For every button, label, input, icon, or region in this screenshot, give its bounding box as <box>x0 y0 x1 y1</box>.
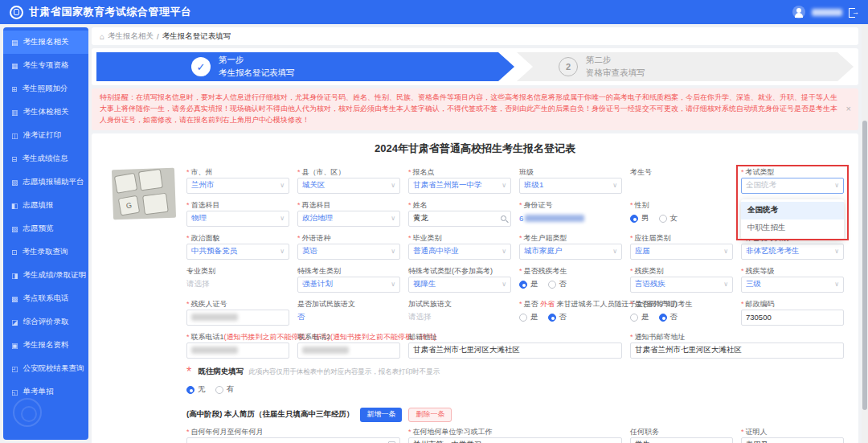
grad-type-select[interactable]: 普通高中毕业∨ <box>408 244 511 260</box>
disable-type-select[interactable]: 言语残疾∨ <box>630 277 733 293</box>
field-id-no: *身份证号 6 <box>519 200 622 227</box>
field-disabled: *是否残疾考生 是 否 <box>519 266 622 293</box>
migrant-yes-radio[interactable] <box>519 314 527 322</box>
health-icon: ▥ <box>11 109 18 117</box>
city-select[interactable]: 兰州市∨ <box>186 178 289 194</box>
sidebar-item-application-fill[interactable]: ◧志愿填报 <box>3 194 88 217</box>
postcode-input[interactable]: 730500 <box>741 310 844 326</box>
fresh-type-select[interactable]: 应届∨ <box>630 244 733 260</box>
same-level-no-radio[interactable] <box>659 314 667 322</box>
phone1-input[interactable] <box>186 343 289 359</box>
special-exam-select[interactable]: 视障生∨ <box>408 277 511 293</box>
duty-input[interactable]: 学生 <box>630 437 733 443</box>
field-disable-level: *残疾等级 三级∨ <box>741 266 844 293</box>
sidebar-item-registration-materials[interactable]: ▣考生报名资料 <box>3 334 88 357</box>
field-fresh-type: *应往届类别 应届∨ <box>630 233 733 260</box>
foreign-lang-select[interactable]: 英语∨ <box>297 244 400 260</box>
same-level-yes-radio[interactable] <box>630 314 638 322</box>
field-exam-type: *考试类型 全国统考∨ 全国统考 中职生招生 <box>741 167 844 194</box>
field-grad-type: *毕业类别 普通高中毕业∨ <box>408 233 511 260</box>
dropdown-option-vocational[interactable]: 中职生招生 <box>741 219 844 237</box>
disabled-no-radio[interactable] <box>548 281 556 289</box>
history-none-radio[interactable] <box>186 386 194 394</box>
field-class: 班级 班级1∨ <box>519 167 622 194</box>
name-input[interactable]: 黄龙 <box>408 211 511 227</box>
exam-type-select[interactable]: 全国统考∨ <box>741 178 844 194</box>
sidebar-item-admission-ticket-print[interactable]: ◫准考证打印 <box>3 124 88 147</box>
chevron-down-icon: ∨ <box>612 182 617 189</box>
migrant-no-radio[interactable] <box>548 314 556 322</box>
exam-type-dropdown: 全国统考 中职生招生 <box>741 199 844 240</box>
chevron-down-icon: ∨ <box>723 248 728 255</box>
sidebar-item-score-certificate[interactable]: ◨考生成绩/录取证明 <box>3 264 88 287</box>
disable-cert-input[interactable] <box>186 310 289 326</box>
sidebar-item-bonus-points[interactable]: ⊞考生照顾加分 <box>3 77 88 100</box>
dropdown-option-national[interactable]: 全国统考 <box>741 202 844 219</box>
gender-female-radio[interactable] <box>659 215 667 223</box>
major-type-select[interactable]: 请选择 <box>186 277 289 293</box>
mail-addr-input[interactable]: 甘肃省兰州市七里河区大滩社区 <box>408 343 622 359</box>
home-icon[interactable]: ⌂ <box>100 32 104 41</box>
field-major-type: 专业类别 请选择 <box>186 266 289 293</box>
special-cand-select[interactable]: 强基计划∨ <box>297 277 400 293</box>
chevron-down-icon: ∨ <box>723 281 728 288</box>
witness-input[interactable]: 奥巴马 <box>741 437 844 443</box>
field-phone1: *联系电话1(通知书接到之前不能停机、转号) <box>186 332 289 359</box>
sidebar-item-physical-exam[interactable]: ▥考生体检相关 <box>3 100 88 124</box>
chevron-down-icon: ∨ <box>834 248 839 255</box>
search-box-icon: ⊡ <box>11 248 18 256</box>
disabled-yes-radio[interactable] <box>519 281 527 289</box>
sports-art-select[interactable]: 非体艺统考考生∨ <box>741 244 844 260</box>
step-2: 2 第二步 资格审查表填写 <box>517 52 854 81</box>
reg-point-select[interactable]: 甘肃省兰州第一中学∨ <box>408 178 511 194</box>
sidebar-item-site-phone[interactable]: ▩考点联系电话 <box>3 287 88 310</box>
gender-male-radio[interactable] <box>630 215 638 223</box>
history-hint: 此项内容仅用于体检表中的对应内容显示，报名表打印时不显示 <box>248 367 440 377</box>
first-subject-select[interactable]: 物理∨ <box>186 211 289 227</box>
date-range-picker[interactable]: 2024-01 – 2024-03 <box>186 437 400 443</box>
phone2-input[interactable] <box>297 343 400 359</box>
county-select[interactable]: 城关区∨ <box>297 178 400 194</box>
sidebar-item-admission-query[interactable]: ⊡考生录取查询 <box>3 240 88 264</box>
sidebar-item-special-qualification[interactable]: ▦考生专项资格 <box>3 54 88 77</box>
breadcrumb-current: 考生报名登记表填写 <box>162 31 231 42</box>
field-postcode: *邮政编码 730500 <box>741 299 844 326</box>
sidebar-item-application-preview[interactable]: ▨志愿预览 <box>3 217 88 240</box>
chevron-down-icon: ∨ <box>391 281 395 288</box>
hukou-type-select[interactable]: 城市家庭户∨ <box>519 244 622 260</box>
sidebar-item-application-assist-platform[interactable]: ▧志愿填报辅助平台 <box>3 170 88 194</box>
field-same-level: *是否同等学力考生 是 否 <box>630 299 733 326</box>
logout-icon[interactable] <box>849 7 858 17</box>
class-select[interactable]: 班级1∨ <box>519 178 622 194</box>
sidebar-item-registration[interactable]: ▤考生报名相关 <box>3 31 88 54</box>
field-special-cand: 特殊考生类别 强基计划∨ <box>297 266 400 293</box>
user-avatar[interactable] <box>792 6 805 18</box>
breadcrumb-parent[interactable]: 考生报名相关 <box>108 31 154 42</box>
close-icon[interactable]: × <box>846 102 851 116</box>
sidebar-item-comprehensive-evaluation[interactable]: ◪综合评价录取 <box>3 310 88 334</box>
minority-lang-select[interactable]: 请选择 <box>408 310 511 326</box>
field-phone2: 联系电话2(通知书接到之前不能停机、转号) <box>297 332 400 359</box>
delete-row-button[interactable]: 删除一条 <box>408 408 452 422</box>
place-input[interactable]: 兰州市第一中学学习 <box>408 437 622 443</box>
scrollbar-thumb[interactable] <box>862 121 867 410</box>
political-select[interactable]: 中共预备党员∨ <box>186 244 289 260</box>
re-subject-select[interactable]: 政治地理∨ <box>297 211 400 227</box>
disable-level-select[interactable]: 三级∨ <box>741 277 844 293</box>
id-no-redacted <box>525 215 584 222</box>
assist-icon: ▧ <box>11 178 18 187</box>
field-city: *市、州 兰州市∨ <box>186 167 289 194</box>
magnifier-icon[interactable] <box>501 215 506 221</box>
sidebar-item-police-college-result[interactable]: ◰公安院校结果查询 <box>3 357 88 380</box>
field-first-subject: *首选科目 物理∨ <box>186 200 289 227</box>
sidebar-item-single-exam[interactable]: ◱单考单招 <box>3 380 88 404</box>
platform-logo-icon <box>10 6 23 19</box>
field-name: *姓名 黄龙 <box>408 200 511 227</box>
sidebar-item-score-info[interactable]: ⊟考生成绩信息 <box>3 147 88 170</box>
check-icon: ✓ <box>191 57 211 76</box>
app-title: 甘肃省国家教育考试综合管理平台 <box>29 5 192 19</box>
history-has-radio[interactable] <box>215 386 223 394</box>
notice-addr-input[interactable]: 甘肃省兰州市七里河区大滩社区 <box>630 343 844 359</box>
add-row-button[interactable]: 新增一条 <box>360 408 402 422</box>
user-name-redacted[interactable] <box>812 9 842 16</box>
